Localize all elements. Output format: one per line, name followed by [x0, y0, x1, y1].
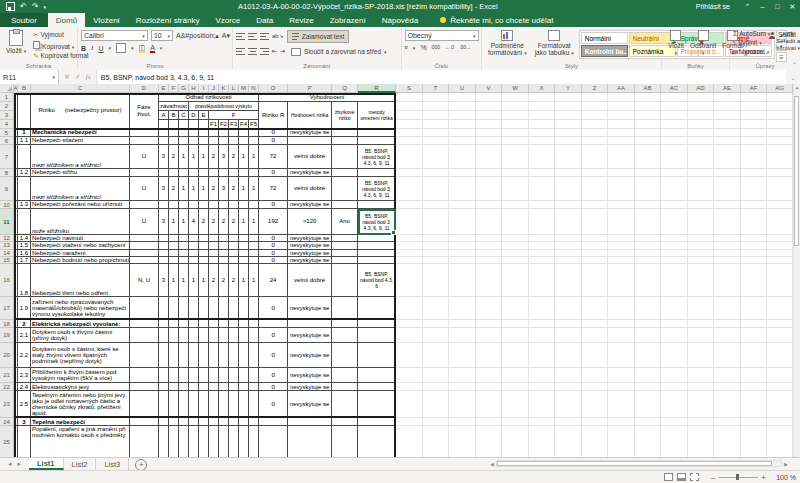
ribbon-tab-1[interactable]: Domů	[48, 13, 85, 27]
row-header-15[interactable]: 15	[0, 257, 14, 264]
cell[interactable]: Fáze život.	[130, 93, 159, 129]
empty-cell[interactable]	[688, 235, 714, 242]
empty-cell[interactable]	[423, 169, 449, 177]
cell[interactable]	[199, 368, 209, 383]
insert-function-icon[interactable]: fx	[86, 73, 91, 81]
row-header-5[interactable]: 5	[0, 129, 14, 137]
empty-cell[interactable]	[661, 129, 688, 137]
cell[interactable]	[179, 383, 189, 391]
cell[interactable]	[130, 343, 159, 368]
empty-cell[interactable]	[661, 209, 688, 235]
accounting-format-icon[interactable]: ¤	[405, 43, 408, 52]
cell[interactable]	[239, 129, 249, 137]
empty-cell[interactable]	[661, 111, 688, 120]
empty-cell[interactable]	[767, 120, 793, 129]
cell[interactable]	[239, 250, 249, 257]
cell[interactable]: Přiblížením k živým částem pod vysokým n…	[31, 368, 130, 383]
cell[interactable]: 2	[229, 145, 239, 169]
column-header-Q[interactable]: Q	[332, 84, 358, 93]
empty-cell[interactable]	[529, 383, 555, 391]
cell[interactable]	[199, 418, 209, 426]
empty-cell[interactable]	[714, 368, 741, 383]
empty-cell[interactable]	[555, 129, 582, 137]
empty-cell[interactable]	[661, 320, 688, 328]
cell[interactable]	[159, 418, 169, 426]
cell[interactable]: 0	[259, 391, 288, 418]
empty-cell[interactable]	[476, 242, 502, 249]
empty-cell[interactable]	[635, 145, 661, 169]
align-right-icon[interactable]	[260, 48, 269, 55]
empty-cell[interactable]	[741, 145, 767, 169]
cell[interactable]	[219, 242, 229, 249]
sheet-tab-List3[interactable]: List3	[96, 458, 129, 470]
column-header-AG[interactable]: AG	[767, 84, 793, 93]
cell[interactable]	[209, 383, 219, 391]
empty-cell[interactable]	[423, 383, 449, 391]
cell[interactable]	[332, 368, 358, 383]
row-header-18[interactable]: 18	[0, 320, 14, 328]
cell[interactable]: B5, BSNP, návod bod 3, 4.3, 6, 9, 11	[358, 209, 396, 235]
cell[interactable]	[179, 368, 189, 383]
empty-cell[interactable]	[608, 426, 635, 457]
empty-cell[interactable]	[555, 120, 582, 129]
undo-icon[interactable]: ↶	[20, 3, 27, 11]
align-top-icon[interactable]	[236, 33, 245, 40]
empty-cell[interactable]	[688, 418, 714, 426]
cell[interactable]	[219, 426, 229, 457]
row-header-24[interactable]: 24	[0, 418, 14, 426]
empty-cell[interactable]	[476, 102, 502, 111]
cell[interactable]	[189, 320, 199, 328]
cell[interactable]	[229, 250, 239, 257]
empty-cell[interactable]	[661, 137, 688, 145]
column-header-S[interactable]: S	[396, 84, 423, 93]
cell[interactable]: 0	[259, 250, 288, 257]
empty-cell[interactable]	[476, 209, 502, 235]
cell[interactable]	[209, 137, 219, 145]
empty-cell[interactable]	[529, 137, 555, 145]
formula-bar-expand-icon[interactable]: ⌄	[786, 70, 800, 84]
align-bottom-icon[interactable]	[260, 33, 269, 40]
cell[interactable]	[249, 201, 259, 209]
empty-cell[interactable]	[741, 137, 767, 145]
cell[interactable]	[358, 250, 396, 257]
cell[interactable]: 0	[259, 201, 288, 209]
cell[interactable]: 0	[259, 297, 288, 320]
cell[interactable]: 192	[259, 209, 288, 235]
empty-cell[interactable]	[555, 102, 582, 111]
ribbon-display-options-icon[interactable]: ⌃	[740, 0, 755, 13]
empty-cell[interactable]	[529, 209, 555, 235]
cell[interactable]: 2	[209, 145, 219, 169]
empty-cell[interactable]	[767, 137, 793, 145]
cell[interactable]	[169, 418, 179, 426]
delete-cells-button[interactable]: ✕ Odstranit▾	[687, 29, 719, 57]
empty-cell[interactable]	[767, 209, 793, 235]
empty-cell[interactable]	[502, 250, 529, 257]
empty-cell[interactable]	[396, 368, 423, 383]
cell[interactable]: metody omezení rizika	[358, 102, 396, 129]
empty-cell[interactable]	[423, 250, 449, 257]
empty-cell[interactable]	[502, 137, 529, 145]
empty-cell[interactable]	[688, 320, 714, 328]
cell[interactable]	[189, 137, 199, 145]
empty-cell[interactable]	[608, 328, 635, 343]
font-size-select[interactable]: 10▾	[151, 30, 173, 41]
cell[interactable]	[239, 343, 249, 368]
empty-cell[interactable]	[476, 177, 502, 201]
empty-cell[interactable]	[767, 426, 793, 457]
empty-cell[interactable]	[608, 242, 635, 249]
empty-cell[interactable]	[396, 426, 423, 457]
empty-cell[interactable]	[555, 250, 582, 257]
decrease-indent-icon[interactable]: ⇤	[272, 47, 277, 56]
empty-cell[interactable]	[449, 177, 476, 201]
cell[interactable]: nevyskytuje se	[288, 235, 332, 242]
empty-cell[interactable]	[741, 201, 767, 209]
cell[interactable]	[219, 383, 229, 391]
empty-cell[interactable]	[767, 264, 793, 297]
cell[interactable]: A	[159, 111, 169, 120]
empty-cell[interactable]	[767, 145, 793, 169]
empty-cell[interactable]	[529, 343, 555, 368]
cell[interactable]: nevyskytuje se	[288, 383, 332, 391]
cell[interactable]	[199, 257, 209, 264]
empty-cell[interactable]	[582, 177, 608, 201]
empty-cell[interactable]	[502, 418, 529, 426]
